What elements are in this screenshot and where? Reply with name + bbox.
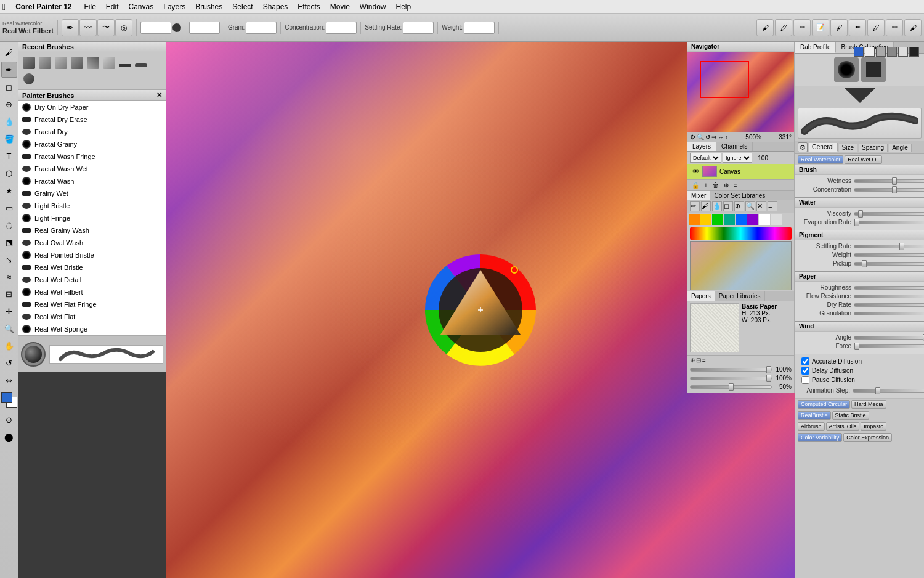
tab-papers[interactable]: Papers bbox=[687, 291, 715, 301]
opacity-input[interactable]: 80% bbox=[189, 22, 220, 34]
paper-icon-2[interactable]: ⊟ bbox=[696, 357, 701, 364]
brush-list-item-17[interactable]: Real Wet Flat bbox=[18, 311, 166, 323]
swatch-light-gray[interactable] bbox=[771, 214, 782, 225]
brush-list-item-6[interactable]: Fractal Wash bbox=[18, 175, 166, 187]
menu-shapes[interactable]: Shapes bbox=[258, 1, 293, 12]
rtool-btn3[interactable]: ✏ bbox=[793, 19, 811, 36]
tool-brush[interactable]: 🖌 bbox=[1, 44, 17, 60]
concentration-input[interactable]: 100% bbox=[326, 22, 357, 34]
menu-app-name[interactable]: Corel Painter 12 bbox=[10, 1, 76, 12]
recent-brush-8[interactable] bbox=[21, 71, 37, 87]
paper-roughness-slider[interactable] bbox=[690, 368, 772, 372]
btn-computed-circular[interactable]: Computed Circular bbox=[798, 400, 850, 409]
mixer-btn-1[interactable]: ✏ bbox=[690, 201, 700, 211]
swatch-teal[interactable] bbox=[724, 214, 735, 225]
tool-star[interactable]: ★ bbox=[1, 182, 17, 198]
tab-dab-profile[interactable]: Dab Profile bbox=[795, 42, 836, 53]
tool-extra2[interactable]: ⬤ bbox=[1, 429, 17, 445]
settling-slider[interactable] bbox=[854, 245, 924, 248]
roughness-slider[interactable] bbox=[854, 286, 924, 290]
mixer-btn-8[interactable]: ≡ bbox=[768, 201, 777, 211]
tool-rotate[interactable]: ↺ bbox=[1, 355, 17, 371]
tool-shape[interactable]: ⬡ bbox=[1, 165, 17, 181]
rtool-btn6[interactable]: ✒ bbox=[849, 19, 866, 36]
menu-brushes[interactable]: Brushes bbox=[190, 1, 227, 12]
recent-brush-3[interactable] bbox=[69, 55, 85, 71]
btn-color-expression[interactable]: Color Expression bbox=[843, 433, 892, 442]
menu-window[interactable]: Window bbox=[355, 1, 391, 12]
accurate-diffusion-check[interactable] bbox=[801, 357, 809, 365]
color-chip-dark[interactable] bbox=[909, 47, 919, 57]
swatch-green[interactable] bbox=[712, 214, 723, 225]
recent-brush-2[interactable] bbox=[53, 55, 69, 71]
paper-icon-1[interactable]: ⊕ bbox=[690, 357, 695, 364]
mixer-btn-4[interactable]: ◻ bbox=[723, 201, 733, 211]
menu-help[interactable]: Help bbox=[391, 1, 416, 12]
tool-dropper[interactable]: 💧 bbox=[1, 113, 17, 129]
tool-lasso[interactable]: ⬔ bbox=[1, 234, 17, 250]
dab-cell-2[interactable] bbox=[861, 57, 886, 82]
rtool-btn7[interactable]: 🖊 bbox=[867, 19, 885, 36]
viscosity-slider[interactable] bbox=[854, 212, 924, 216]
ignore-select[interactable]: Ignore bbox=[723, 153, 752, 163]
menu-movie[interactable]: Movie bbox=[325, 1, 355, 12]
mixer-btn-3[interactable]: 💧 bbox=[712, 201, 722, 211]
tool-bucket[interactable]: 🪣 bbox=[1, 131, 17, 147]
size-input[interactable]: 40.0 bbox=[140, 22, 171, 34]
swatch-white[interactable] bbox=[759, 214, 770, 225]
brush-list-item-16[interactable]: Real Wet Flat Fringe bbox=[18, 298, 166, 311]
brush-list-item-5[interactable]: Fractal Wash Wet bbox=[18, 163, 166, 175]
color-wheel-overlay[interactable] bbox=[419, 248, 542, 372]
brush-list-item-9[interactable]: Light Fringe bbox=[18, 212, 166, 224]
wind-angle-slider[interactable] bbox=[854, 336, 924, 340]
color-chip-gray[interactable] bbox=[876, 47, 886, 57]
color-gradient-bar[interactable] bbox=[690, 227, 792, 240]
swatch-orange[interactable] bbox=[689, 214, 700, 225]
brush-tool-btn4[interactable]: ◎ bbox=[115, 19, 132, 36]
brush-tool-btn3[interactable]: 〜 bbox=[97, 19, 115, 36]
mixer-btn-7[interactable]: ✕ bbox=[756, 201, 766, 211]
brush-list-item-2[interactable]: Fractal Dry bbox=[18, 126, 166, 138]
menu-select[interactable]: Select bbox=[227, 1, 257, 12]
tool-crop[interactable]: ⊟ bbox=[1, 286, 17, 302]
delay-diffusion-check[interactable] bbox=[801, 367, 809, 375]
mixer-btn-5[interactable]: ⊕ bbox=[734, 201, 744, 211]
brush-tool-btn2[interactable]: 〰 bbox=[79, 19, 97, 36]
color-chip-blue[interactable] bbox=[854, 47, 864, 57]
nav-icon-2[interactable]: 🔍 bbox=[697, 134, 704, 140]
paper-preview-image[interactable] bbox=[690, 303, 739, 352]
paper-contrast-slider[interactable] bbox=[690, 385, 772, 389]
rtool-btn2[interactable]: 🖊 bbox=[775, 19, 792, 36]
btn-color-variability[interactable]: Color Variability bbox=[798, 433, 842, 442]
concentration-slider[interactable] bbox=[854, 188, 924, 192]
flow-resistance-slider[interactable] bbox=[854, 295, 924, 298]
swatch-yellow[interactable] bbox=[700, 214, 711, 225]
tab-mixer[interactable]: Mixer bbox=[687, 191, 710, 200]
wetness-slider[interactable] bbox=[854, 179, 924, 183]
tool-eraser[interactable]: ◻ bbox=[1, 79, 17, 95]
btn-real-bristle[interactable]: RealBristle bbox=[798, 411, 831, 420]
btn-real-watercolor[interactable]: Real Watercolor bbox=[798, 155, 843, 164]
wind-force-slider[interactable] bbox=[854, 344, 924, 348]
tab-size[interactable]: Size bbox=[839, 144, 857, 152]
recent-brush-6[interactable] bbox=[117, 55, 133, 71]
tab-angle[interactable]: Angle bbox=[889, 144, 912, 152]
grain-input[interactable]: 40% bbox=[246, 22, 277, 34]
rtool-btn4[interactable]: 📝 bbox=[812, 19, 829, 36]
weight-slider[interactable] bbox=[854, 253, 924, 257]
rtool-btn8[interactable]: ✏ bbox=[886, 19, 903, 36]
nav-icon-6[interactable]: ↕ bbox=[725, 134, 728, 140]
painter-brushes-close[interactable]: ✕ bbox=[156, 91, 162, 99]
menu-layers[interactable]: Layers bbox=[158, 1, 190, 12]
weight-input[interactable]: 95% bbox=[464, 22, 495, 34]
granulation-slider[interactable] bbox=[854, 312, 924, 315]
mixer-btn-6[interactable]: 🔍 bbox=[745, 201, 755, 211]
nav-icon-4[interactable]: ⇒ bbox=[711, 134, 716, 140]
brush-name-label[interactable]: Real Wet Filbert bbox=[2, 27, 54, 35]
btn-impasto[interactable]: Impasto bbox=[861, 422, 886, 431]
composite-select[interactable]: Default bbox=[690, 153, 721, 163]
settling-rate-input[interactable]: 50% bbox=[403, 22, 434, 34]
dab-cell-1[interactable] bbox=[834, 57, 859, 82]
btn-artists-oils[interactable]: Artists' Oils bbox=[826, 422, 860, 431]
menu-effects[interactable]: Effects bbox=[293, 1, 325, 12]
